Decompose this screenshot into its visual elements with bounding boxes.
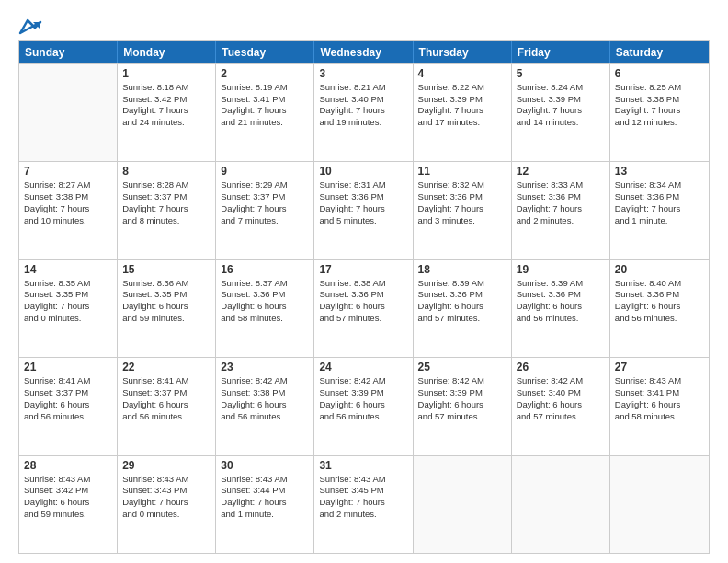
daylight-minutes-text: and 21 minutes. (221, 117, 309, 129)
sunrise-text: Sunrise: 8:39 AM (418, 278, 506, 290)
daylight-text: Daylight: 7 hours (319, 203, 407, 215)
calendar-cell: 22Sunrise: 8:41 AMSunset: 3:37 PMDayligh… (118, 358, 216, 454)
calendar-body: 1Sunrise: 8:18 AMSunset: 3:42 PMDaylight… (19, 63, 709, 553)
cal-header-day: Wednesday (314, 41, 413, 63)
daylight-minutes-text: and 58 minutes. (221, 313, 309, 325)
daylight-text: Daylight: 7 hours (517, 203, 605, 215)
daylight-minutes-text: and 57 minutes. (319, 313, 407, 325)
sunrise-text: Sunrise: 8:43 AM (24, 474, 112, 486)
sunset-text: Sunset: 3:35 PM (24, 289, 112, 301)
day-number: 29 (122, 459, 210, 472)
sunrise-text: Sunrise: 8:24 AM (517, 82, 605, 94)
day-number: 26 (517, 361, 605, 373)
sunset-text: Sunset: 3:38 PM (24, 191, 112, 203)
sunset-text: Sunset: 3:43 PM (122, 485, 210, 497)
calendar-cell: 14Sunrise: 8:35 AMSunset: 3:35 PMDayligh… (19, 260, 118, 357)
daylight-minutes-text: and 19 minutes. (319, 117, 407, 129)
daylight-minutes-text: and 57 minutes. (418, 313, 506, 325)
daylight-minutes-text: and 57 minutes. (418, 411, 506, 423)
sunrise-text: Sunrise: 8:32 AM (418, 179, 506, 191)
day-number: 27 (615, 361, 704, 373)
calendar-cell: 27Sunrise: 8:43 AMSunset: 3:41 PMDayligh… (610, 358, 709, 454)
sunrise-text: Sunrise: 8:42 AM (221, 375, 309, 387)
sunset-text: Sunset: 3:36 PM (418, 191, 506, 203)
calendar-cell: 13Sunrise: 8:34 AMSunset: 3:36 PMDayligh… (610, 162, 709, 259)
sunset-text: Sunset: 3:36 PM (615, 191, 704, 203)
daylight-minutes-text: and 56 minutes. (221, 411, 309, 423)
daylight-text: Daylight: 7 hours (122, 203, 210, 215)
sunrise-text: Sunrise: 8:40 AM (615, 278, 704, 290)
sunrise-text: Sunrise: 8:18 AM (122, 82, 210, 94)
daylight-text: Daylight: 6 hours (24, 399, 112, 411)
sunset-text: Sunset: 3:36 PM (517, 191, 605, 203)
sunrise-text: Sunrise: 8:25 AM (615, 82, 704, 94)
logo-text (18, 17, 42, 36)
sunrise-text: Sunrise: 8:21 AM (319, 82, 407, 94)
calendar-cell: 25Sunrise: 8:42 AMSunset: 3:39 PMDayligh… (414, 358, 512, 454)
sunset-text: Sunset: 3:39 PM (418, 94, 506, 106)
calendar-cell: 16Sunrise: 8:37 AMSunset: 3:36 PMDayligh… (216, 260, 314, 357)
header (18, 17, 710, 33)
sunrise-text: Sunrise: 8:37 AM (221, 278, 309, 290)
daylight-minutes-text: and 56 minutes. (24, 411, 112, 423)
day-number: 22 (122, 361, 210, 373)
sunrise-text: Sunrise: 8:38 AM (319, 278, 407, 290)
day-number: 20 (615, 263, 704, 276)
daylight-text: Daylight: 7 hours (221, 497, 309, 509)
daylight-text: Daylight: 6 hours (418, 399, 506, 411)
page: SundayMondayTuesdayWednesdayThursdayFrid… (0, 0, 728, 563)
daylight-text: Daylight: 6 hours (615, 399, 704, 411)
calendar-cell: 10Sunrise: 8:31 AMSunset: 3:36 PMDayligh… (314, 162, 413, 259)
daylight-minutes-text: and 1 minute. (221, 509, 309, 521)
daylight-text: Daylight: 7 hours (122, 105, 210, 117)
sunrise-text: Sunrise: 8:22 AM (418, 82, 506, 94)
sunset-text: Sunset: 3:37 PM (122, 387, 210, 399)
daylight-text: Daylight: 7 hours (418, 105, 506, 117)
calendar-cell: 4Sunrise: 8:22 AMSunset: 3:39 PMDaylight… (414, 64, 512, 161)
cal-header-day: Tuesday (216, 41, 314, 63)
sunset-text: Sunset: 3:37 PM (122, 191, 210, 203)
daylight-text: Daylight: 6 hours (418, 301, 506, 313)
sunrise-text: Sunrise: 8:34 AM (615, 179, 704, 191)
calendar-cell: 18Sunrise: 8:39 AMSunset: 3:36 PMDayligh… (414, 260, 512, 357)
daylight-text: Daylight: 7 hours (615, 203, 704, 215)
day-number: 31 (319, 459, 407, 472)
calendar-cell: 24Sunrise: 8:42 AMSunset: 3:39 PMDayligh… (314, 358, 413, 454)
sunset-text: Sunset: 3:44 PM (221, 485, 309, 497)
daylight-text: Daylight: 6 hours (24, 497, 112, 509)
day-number: 1 (122, 67, 210, 80)
calendar-week: 14Sunrise: 8:35 AMSunset: 3:35 PMDayligh… (19, 259, 709, 357)
sunrise-text: Sunrise: 8:36 AM (122, 278, 210, 290)
daylight-minutes-text: and 1 minute. (615, 215, 704, 227)
daylight-text: Daylight: 7 hours (615, 105, 704, 117)
calendar-cell: 17Sunrise: 8:38 AMSunset: 3:36 PMDayligh… (314, 260, 413, 357)
calendar-week: 28Sunrise: 8:43 AMSunset: 3:42 PMDayligh… (19, 455, 709, 553)
sunset-text: Sunset: 3:41 PM (221, 94, 309, 106)
sunrise-text: Sunrise: 8:41 AM (24, 375, 112, 387)
daylight-minutes-text: and 0 minutes. (24, 313, 112, 325)
sunrise-text: Sunrise: 8:42 AM (418, 375, 506, 387)
sunset-text: Sunset: 3:39 PM (319, 387, 407, 399)
daylight-minutes-text: and 56 minutes. (615, 313, 704, 325)
sunrise-text: Sunrise: 8:43 AM (122, 474, 210, 486)
sunset-text: Sunset: 3:36 PM (517, 289, 605, 301)
daylight-text: Daylight: 7 hours (517, 105, 605, 117)
sunrise-text: Sunrise: 8:33 AM (517, 179, 605, 191)
day-number: 12 (517, 165, 605, 178)
daylight-minutes-text: and 12 minutes. (615, 117, 704, 129)
sunset-text: Sunset: 3:39 PM (517, 94, 605, 106)
daylight-text: Daylight: 7 hours (418, 203, 506, 215)
cal-header-day: Sunday (19, 41, 118, 63)
sunset-text: Sunset: 3:39 PM (418, 387, 506, 399)
sunrise-text: Sunrise: 8:41 AM (122, 375, 210, 387)
sunset-text: Sunset: 3:38 PM (221, 387, 309, 399)
daylight-text: Daylight: 7 hours (319, 105, 407, 117)
daylight-minutes-text: and 56 minutes. (517, 313, 605, 325)
daylight-text: Daylight: 6 hours (122, 399, 210, 411)
calendar-cell: 9Sunrise: 8:29 AMSunset: 3:37 PMDaylight… (216, 162, 314, 259)
sunrise-text: Sunrise: 8:42 AM (517, 375, 605, 387)
day-number: 8 (122, 165, 210, 178)
calendar-cell: 31Sunrise: 8:43 AMSunset: 3:45 PMDayligh… (314, 456, 413, 553)
cal-header-day: Thursday (414, 41, 512, 63)
calendar-cell: 7Sunrise: 8:27 AMSunset: 3:38 PMDaylight… (19, 162, 118, 259)
